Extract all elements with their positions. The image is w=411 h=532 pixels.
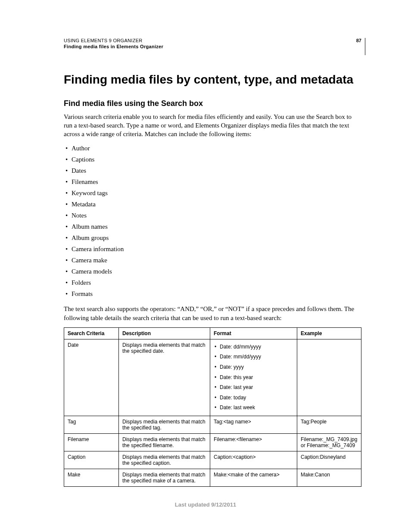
list-item: Album groups [64, 232, 361, 243]
th-format: Format [210, 327, 297, 339]
list-item: Captions [64, 154, 361, 165]
list-item: Keyword tags [64, 187, 361, 199]
cell-example: Make:Canon [297, 469, 361, 487]
table-row: DateDisplays media elements that match t… [64, 339, 361, 416]
cell-criteria: Caption [64, 451, 119, 469]
list-item: Dates [64, 165, 361, 176]
list-item: Date: yyyy [214, 362, 293, 373]
table-row: CaptionDisplays media elements that matc… [64, 451, 361, 469]
cell-format: Make:<make of the camera> [210, 469, 297, 487]
list-item: Author [64, 143, 361, 154]
post-list-paragraph: The text search also supports the operat… [64, 305, 361, 322]
cell-description: Displays media elements that match the s… [119, 451, 210, 469]
list-item: Camera make [64, 255, 361, 266]
page: 87 USING ELEMENTS 9 ORGANIZER Finding me… [0, 0, 411, 532]
cell-description: Displays media elements that match the s… [119, 339, 210, 416]
cell-example: Caption:Disneyland [297, 451, 361, 469]
table-row: TagDisplays media elements that match th… [64, 416, 361, 434]
section-path: Finding media files in Elements Organize… [64, 44, 361, 49]
table-header-row: Search Criteria Description Format Examp… [64, 327, 361, 339]
list-item: Folders [64, 277, 361, 288]
cell-description: Displays media elements that match the s… [119, 416, 210, 434]
list-item: Date: dd/mm/yyyy [214, 342, 293, 352]
cell-format: Caption:<caption> [210, 451, 297, 469]
list-item: Date: today [214, 393, 293, 403]
page-footer: Last updated 9/12/2011 [0, 501, 411, 508]
cell-format: Tag:<tag name> [210, 416, 297, 434]
list-item: Camera information [64, 243, 361, 255]
header-rule [365, 38, 365, 55]
cell-description: Displays media elements that match the s… [119, 434, 210, 451]
list-item: Camera models [64, 266, 361, 277]
search-criteria-table: Search Criteria Description Format Examp… [64, 327, 361, 487]
table-row: FilenameDisplays media elements that mat… [64, 434, 361, 451]
cell-format: Date: dd/mm/yyyyDate: mm/dd/yyyyDate: yy… [210, 339, 297, 416]
list-item: Metadata [64, 199, 361, 210]
th-example: Example [297, 327, 361, 339]
cell-criteria: Make [64, 469, 119, 487]
cell-format: Filename:<filename> [210, 434, 297, 451]
cell-description: Displays media elements that match the s… [119, 469, 210, 487]
list-item: Notes [64, 210, 361, 221]
th-search-criteria: Search Criteria [64, 327, 119, 339]
cell-example [297, 339, 361, 416]
table-row: MakeDisplays media elements that match t… [64, 469, 361, 487]
cell-example: Tag:People [297, 416, 361, 434]
th-description: Description [119, 327, 210, 339]
section-title: Find media files using the Search box [64, 99, 361, 108]
chapter-title: Finding media files by content, type, an… [64, 72, 361, 87]
cell-example: Filename:_MG_7409.jpg or Filename:_MG_74… [297, 434, 361, 451]
running-header: USING ELEMENTS 9 ORGANIZER Finding media… [64, 38, 361, 49]
page-number: 87 [356, 38, 361, 43]
criteria-list: AuthorCaptionsDatesFilenamesKeyword tags… [64, 143, 361, 299]
list-item: Date: last year [214, 383, 293, 393]
list-item: Date: last week [214, 403, 293, 413]
cell-criteria: Tag [64, 416, 119, 434]
list-item: Formats [64, 288, 361, 299]
cell-criteria: Filename [64, 434, 119, 451]
list-item: Date: this year [214, 373, 293, 383]
list-item: Date: mm/dd/yyyy [214, 352, 293, 362]
doc-title: USING ELEMENTS 9 ORGANIZER [64, 38, 361, 43]
list-item: Filenames [64, 176, 361, 187]
list-item: Album names [64, 221, 361, 232]
format-list: Date: dd/mm/yyyyDate: mm/dd/yyyyDate: yy… [214, 342, 293, 413]
intro-paragraph: Various search criteria enable you to se… [64, 112, 361, 139]
cell-criteria: Date [64, 339, 119, 416]
